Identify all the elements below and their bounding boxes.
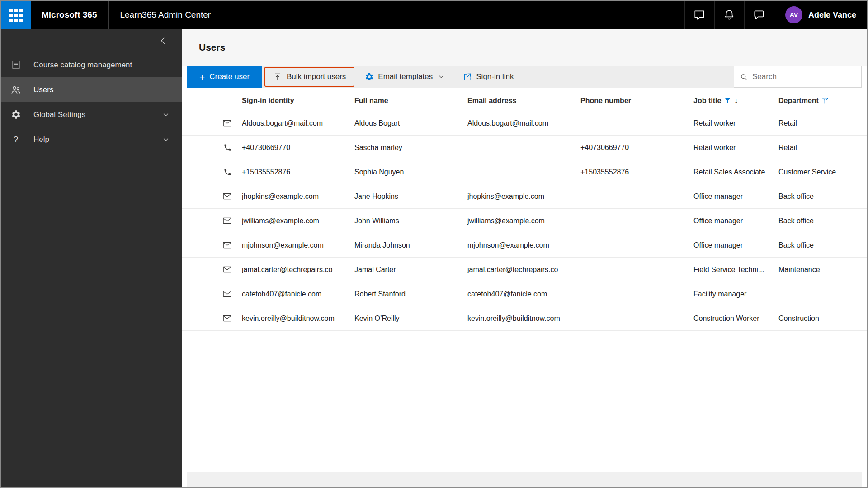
email-address-cell: jamal.carter@techrepairs.co bbox=[467, 266, 580, 274]
table-row[interactable]: +40730669770Sascha marley+40730669770Ret… bbox=[182, 136, 867, 160]
plus-icon: + bbox=[199, 72, 205, 82]
share-icon bbox=[463, 72, 472, 81]
table-row[interactable]: catetoh407@fanicle.comRobert Stanfordcat… bbox=[182, 282, 867, 306]
header-job-title[interactable]: Job title ↓ bbox=[693, 97, 778, 105]
catalog-icon bbox=[10, 60, 22, 70]
sort-descending-icon: ↓ bbox=[734, 97, 738, 105]
bulk-import-label: Bulk import users bbox=[287, 72, 346, 81]
job-title-cell: Field Service Techni... bbox=[693, 266, 778, 274]
filter-filled-icon bbox=[724, 97, 731, 104]
header-department[interactable]: Department bbox=[778, 97, 867, 105]
mail-icon bbox=[182, 216, 242, 225]
job-title-cell: Office manager bbox=[693, 192, 778, 201]
gear-icon bbox=[365, 72, 374, 81]
sidebar-item-global-settings[interactable]: Global Settings bbox=[1, 102, 182, 127]
signin-identity-cell: +40730669770 bbox=[242, 144, 354, 152]
job-title-cell: Office manager bbox=[693, 241, 778, 249]
top-bar: Microsoft 365 Learn365 Admin Center AV bbox=[1, 1, 867, 29]
horizontal-scrollbar[interactable] bbox=[187, 472, 862, 487]
search-input[interactable] bbox=[752, 72, 856, 81]
email-address-cell: mjohnson@example.com bbox=[467, 241, 580, 249]
topbar-divider bbox=[108, 1, 109, 29]
signin-identity-cell: jhopkins@example.com bbox=[242, 192, 354, 201]
create-user-button[interactable]: + Create user bbox=[187, 66, 262, 88]
job-title-cell: Facility manager bbox=[693, 290, 778, 298]
sidebar-item-label: Help bbox=[33, 135, 49, 144]
department-cell: Construction bbox=[778, 314, 867, 323]
table-row[interactable]: jhopkins@example.comJane Hopkinsjhopkins… bbox=[182, 184, 867, 209]
header-job-title-label: Job title bbox=[693, 97, 721, 105]
chevron-down-icon bbox=[162, 111, 170, 119]
mail-icon bbox=[182, 118, 242, 128]
full-name-cell: Sascha marley bbox=[354, 144, 467, 152]
department-cell: Back office bbox=[778, 192, 867, 201]
chevron-left-icon bbox=[158, 36, 168, 46]
bell-icon bbox=[723, 9, 735, 21]
email-templates-label: Email templates bbox=[378, 72, 433, 81]
sidebar-item-users[interactable]: Users bbox=[1, 77, 182, 102]
signin-identity-cell: jamal.carter@techrepairs.co bbox=[242, 266, 354, 274]
search-icon bbox=[740, 73, 748, 81]
feedback-icon-button[interactable] bbox=[744, 1, 774, 29]
create-user-label: Create user bbox=[209, 72, 250, 81]
full-name-cell: Miranda Johnson bbox=[354, 241, 467, 249]
help-icon: ? bbox=[10, 135, 22, 145]
table-row[interactable]: kevin.oreilly@builditnow.comKevin O’Reil… bbox=[182, 306, 867, 331]
phone-icon bbox=[182, 168, 242, 176]
mail-icon bbox=[182, 240, 242, 250]
users-table: Sign-in identity Full name Email address… bbox=[182, 90, 867, 331]
chat-icon-button[interactable] bbox=[684, 1, 714, 29]
full-name-cell: Aldous Bogart bbox=[354, 119, 467, 127]
bulk-import-users-button[interactable]: Bulk import users bbox=[264, 67, 354, 87]
table-body: Aldous.bogart@mail.comAldous BogartAldou… bbox=[182, 111, 867, 331]
phone-icon bbox=[182, 143, 242, 152]
page-title: Users bbox=[199, 42, 225, 53]
email-templates-button[interactable]: Email templates bbox=[357, 66, 453, 88]
chevron-down-icon bbox=[438, 73, 445, 80]
page-header: Users bbox=[182, 29, 867, 66]
header-full-name[interactable]: Full name bbox=[354, 97, 467, 105]
header-signin-identity[interactable]: Sign-in identity bbox=[242, 97, 354, 105]
account-name: Adele Vance bbox=[808, 10, 856, 20]
job-title-cell: Construction Worker bbox=[693, 314, 778, 323]
upload-icon bbox=[273, 72, 282, 81]
department-cell: Retail bbox=[778, 144, 867, 152]
signin-link-label: Sign-in link bbox=[476, 72, 514, 81]
chat-icon bbox=[693, 9, 705, 21]
email-address-cell: Aldous.bogart@mail.com bbox=[467, 119, 580, 127]
sidebar-item-course-catalog[interactable]: Course catalog management bbox=[1, 52, 182, 77]
gear-icon bbox=[10, 109, 22, 120]
toolbar: + Create user Bulk import users Email te… bbox=[187, 66, 862, 88]
department-cell: Maintenance bbox=[778, 266, 867, 274]
main-content: Users + Create user Bulk import users bbox=[182, 29, 867, 487]
people-icon bbox=[10, 84, 22, 95]
phone-number-cell: +15035552876 bbox=[580, 168, 693, 176]
sidebar-collapse-button[interactable] bbox=[1, 29, 182, 52]
table-row[interactable]: +15035552876Sophia Nguyen+15035552876Ret… bbox=[182, 160, 867, 184]
header-phone-number[interactable]: Phone number bbox=[580, 97, 693, 105]
table-row[interactable]: jwilliams@example.comJohn Williamsjwilli… bbox=[182, 209, 867, 233]
notifications-icon-button[interactable] bbox=[714, 1, 744, 29]
phone-number-cell: +40730669770 bbox=[580, 144, 693, 152]
full-name-cell: John Williams bbox=[354, 217, 467, 225]
full-name-cell: Kevin O’Reilly bbox=[354, 314, 467, 323]
signin-identity-cell: Aldous.bogart@mail.com bbox=[242, 119, 354, 127]
signin-identity-cell: jwilliams@example.com bbox=[242, 217, 354, 225]
department-cell: Back office bbox=[778, 217, 867, 225]
job-title-cell: Retail worker bbox=[693, 119, 778, 127]
table-row[interactable]: mjohnson@example.comMiranda Johnsonmjohn… bbox=[182, 233, 867, 258]
app-title: Learn365 Admin Center bbox=[120, 10, 211, 20]
email-address-cell: catetoh407@fanicle.com bbox=[467, 290, 580, 298]
sidebar-item-label: Global Settings bbox=[33, 110, 85, 119]
table-row[interactable]: jamal.carter@techrepairs.coJamal Carterj… bbox=[182, 258, 867, 282]
sidebar-item-help[interactable]: ? Help bbox=[1, 127, 182, 152]
table-row[interactable]: Aldous.bogart@mail.comAldous BogartAldou… bbox=[182, 111, 867, 136]
header-email-address[interactable]: Email address bbox=[467, 97, 580, 105]
job-title-cell: Office manager bbox=[693, 217, 778, 225]
feedback-icon bbox=[753, 9, 765, 21]
signin-link-button[interactable]: Sign-in link bbox=[455, 66, 521, 88]
mail-icon bbox=[182, 314, 242, 323]
account-button[interactable]: AV Adele Vance bbox=[774, 1, 867, 29]
full-name-cell: Sophia Nguyen bbox=[354, 168, 467, 176]
app-launcher-button[interactable] bbox=[1, 1, 31, 29]
